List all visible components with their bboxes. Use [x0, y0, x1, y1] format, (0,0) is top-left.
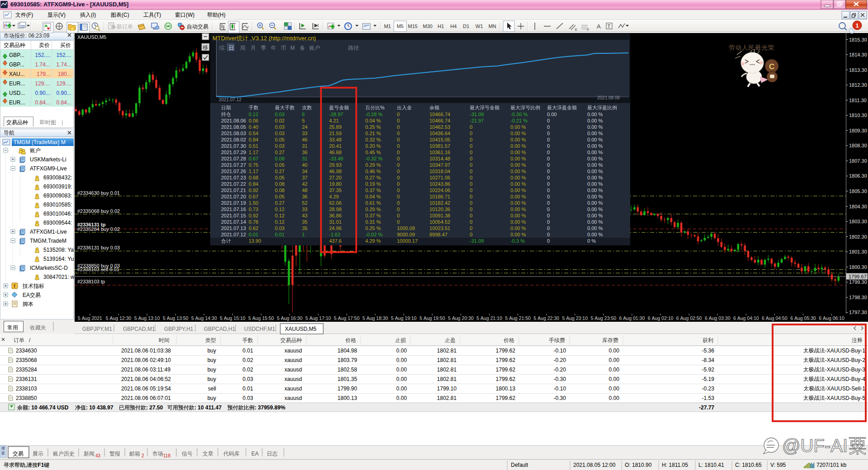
svg-text:0.46 %: 0.46 % — [365, 169, 381, 174]
svg-text:@UF-AI: @UF-AI — [782, 436, 848, 456]
svg-text:0.25 %: 0.25 % — [365, 124, 381, 130]
svg-text:1800.13: 1800.13 — [338, 395, 358, 401]
svg-text:T: T — [608, 24, 611, 29]
svg-text:0.84...: 0.84... — [35, 99, 50, 106]
svg-text:37: 37 — [302, 175, 307, 180]
svg-text:0.03: 0.03 — [275, 112, 284, 117]
svg-text:10120.36: 10120.36 — [429, 207, 450, 212]
svg-text:0.27: 0.27 — [275, 169, 284, 174]
svg-text:0.00 %: 0.00 % — [510, 150, 526, 155]
svg-text:0.00: 0.00 — [396, 357, 407, 363]
svg-text:0.84...: 0.84... — [57, 99, 71, 106]
svg-text:6 Aug 03:30: 6 Aug 03:30 — [705, 315, 731, 321]
svg-text:1805.30: 1805.30 — [849, 188, 867, 194]
svg-text:-21.97: -21.97 — [470, 118, 484, 123]
svg-text:0.00 %: 0.00 % — [587, 213, 603, 218]
svg-text:31: 31 — [302, 156, 307, 161]
svg-text:27.20: 27.20 — [329, 175, 342, 180]
svg-text:0.00 %: 0.00 % — [587, 131, 603, 136]
svg-text:0.27: 0.27 — [275, 200, 284, 206]
svg-text:10091.38: 10091.38 — [429, 213, 450, 218]
svg-text:0: 0 — [547, 232, 550, 237]
svg-text:2021.08.06: 2021.08.06 — [597, 95, 620, 100]
svg-text:46.98: 46.98 — [329, 169, 342, 174]
svg-text:2021.08.06: 2021.08.06 — [221, 118, 246, 123]
svg-text:693010585:: 693010585: — [43, 202, 72, 208]
svg-text:0.08: 0.08 — [275, 156, 284, 161]
svg-text:0.00 %: 0.00 % — [587, 194, 603, 199]
svg-text:/: / — [29, 337, 31, 343]
svg-text:2: 2 — [142, 453, 144, 458]
svg-text:0.00: 0.00 — [396, 348, 407, 354]
svg-text:0: 0 — [547, 143, 550, 149]
svg-text:-27.77: -27.77 — [699, 404, 714, 411]
svg-text:2338850: 2338850 — [16, 395, 37, 401]
svg-text:-XAUUSD-Buy-3: -XAUUSD-Buy-3 — [825, 367, 866, 373]
svg-text:2021.07.12: 2021.07.12 — [221, 232, 246, 237]
svg-text:129....: 129.... — [35, 80, 50, 87]
svg-text:1799.62: 1799.62 — [496, 357, 516, 363]
svg-text:0.00 %: 0.00 % — [510, 200, 526, 206]
svg-text:0.01: 0.01 — [249, 232, 258, 237]
svg-text:0: 0 — [470, 137, 472, 142]
svg-text:0: 0 — [470, 200, 472, 206]
svg-text:W1: W1 — [476, 24, 483, 29]
svg-text:buy: buy — [208, 348, 216, 354]
svg-text:0.03: 0.03 — [275, 124, 284, 130]
svg-text:XAUUSD,M5: XAUUSD,M5 — [285, 326, 316, 332]
svg-text:0.02: 0.02 — [243, 367, 254, 373]
svg-text:2021.07.12: 2021.07.12 — [219, 97, 241, 102]
svg-text:0.21 %: 0.21 % — [365, 131, 381, 136]
svg-text:F1: F1 — [38, 462, 44, 468]
svg-text:ATFXGM9-Live: ATFXGM9-Live — [30, 165, 67, 172]
svg-text:1810.30: 1810.30 — [849, 113, 867, 118]
svg-text:TMGM.TradeM: TMGM.TradeM — [30, 238, 66, 244]
svg-text:37.35: 37.35 — [329, 188, 342, 193]
svg-text:ICMarketsSC-D: ICMarketsSC-D — [30, 265, 68, 271]
svg-text:0.73: 0.73 — [249, 207, 258, 212]
svg-text:O: 1810.90: O: 1810.90 — [625, 462, 652, 468]
svg-text:0: 0 — [470, 213, 472, 218]
svg-text:0.12: 0.12 — [275, 207, 284, 212]
svg-text:: 27.50: : 27.50 — [146, 404, 163, 411]
svg-text:1814.30: 1814.30 — [849, 52, 867, 57]
svg-text:-0.30: -0.30 — [554, 395, 566, 401]
svg-text:10436.64: 10436.64 — [429, 131, 450, 136]
svg-text:(W): (W) — [186, 12, 194, 18]
svg-text:0: 0 — [547, 150, 550, 155]
svg-text:0: 0 — [397, 169, 400, 174]
svg-text:24.96: 24.96 — [329, 226, 342, 231]
svg-text:0.92: 0.92 — [249, 188, 258, 193]
svg-text:0.08: 0.08 — [275, 181, 284, 187]
svg-text:5 Aug 15:10: 5 Aug 15:10 — [220, 315, 245, 321]
svg-text:1799.90: 1799.90 — [338, 385, 358, 392]
svg-text:1801.30: 1801.30 — [849, 249, 867, 254]
svg-text:-31.09: -31.09 — [470, 112, 484, 117]
svg-text:0: 0 — [547, 226, 550, 231]
svg-text:M30: M30 — [423, 24, 432, 29]
svg-text:5 Aug 23:10: 5 Aug 23:10 — [562, 315, 588, 321]
svg-text:0.03: 0.03 — [275, 143, 284, 149]
svg-text:-XAUUSD-Buy-5: -XAUUSD-Buy-5 — [825, 395, 866, 401]
svg-text:f: f — [14, 283, 15, 289]
svg-text:0.75: 0.75 — [249, 162, 258, 168]
svg-text:36: 36 — [302, 194, 307, 199]
svg-text:10466.74: 10466.74 — [429, 112, 450, 117]
svg-text:0.04 %: 0.04 % — [365, 194, 381, 199]
svg-text:0.00 %: 0.00 % — [510, 213, 526, 218]
svg-text:0: 0 — [470, 150, 472, 155]
svg-text:2021.07.22: 2021.07.22 — [221, 181, 246, 187]
svg-text:2021.07.16: 2021.07.16 — [221, 207, 246, 212]
svg-text:35: 35 — [302, 226, 307, 231]
svg-text:%: % — [380, 105, 385, 110]
svg-text:693008432:: 693008432: — [43, 174, 72, 181]
svg-text:0: 0 — [397, 181, 400, 187]
svg-text:USDCHF,M1: USDCHF,M1 — [244, 326, 275, 332]
svg-text:0.01: 0.01 — [275, 232, 284, 237]
svg-text:0: 0 — [470, 188, 472, 193]
svg-text:152....: 152.... — [35, 52, 50, 58]
svg-text:0.00 %: 0.00 % — [510, 194, 526, 199]
svg-text:0.00 %: 0.00 % — [510, 188, 526, 193]
svg-text:0: 0 — [397, 213, 400, 218]
svg-text:0.00 %: 0.00 % — [587, 232, 603, 237]
